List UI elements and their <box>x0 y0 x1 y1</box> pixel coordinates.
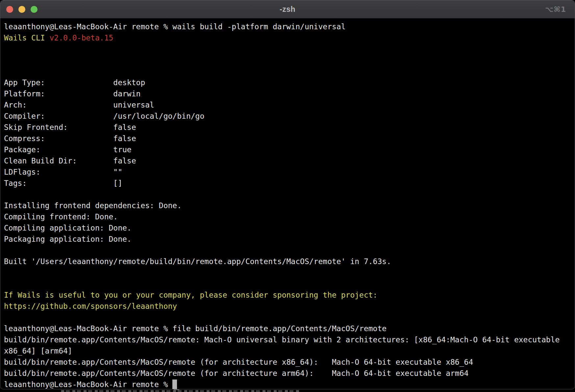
terminal-line: LDFlags: "" <box>4 166 575 178</box>
terminal-text-segment: build/bin/remote.app/Contents/MacOS/remo… <box>4 358 473 366</box>
minimize-button[interactable] <box>18 6 25 13</box>
terminal-line: Compiling application: Done. <box>4 222 575 233</box>
terminal-line: Platform: darwin <box>4 88 575 99</box>
terminal-text-segment: If Wails is useful to you or your compan… <box>4 291 377 299</box>
terminal-text-segment: build/bin/remote.app/Contents/MacOS/remo… <box>4 335 560 344</box>
close-button[interactable] <box>6 6 13 13</box>
terminal-line: https://github.com/sponsors/leaanthony <box>4 301 575 312</box>
terminal-line: Compress: false <box>4 133 575 144</box>
terminal-line: Installing frontend dependencies: Done. <box>4 200 575 211</box>
terminal-window: -zsh ⌥⌘1 leaanthony@Leas-MacBook-Air rem… <box>0 0 575 389</box>
terminal-line <box>4 55 575 66</box>
terminal-line <box>4 312 575 323</box>
terminal-text-segment: Packaging application: Done. <box>4 235 132 243</box>
terminal-text-segment: Package: true <box>4 145 132 154</box>
terminal-text-segment: Compiling frontend: Done. <box>4 212 118 221</box>
terminal-line <box>4 66 575 77</box>
terminal-text-segment: leaanthony@Leas-MacBook-Air remote % fil… <box>4 324 387 333</box>
zoom-button[interactable] <box>31 6 38 13</box>
terminal-text-segment: App Type: desktop <box>4 78 145 87</box>
terminal-line: Compiler: /usr/local/go/bin/go <box>4 110 575 122</box>
terminal-line <box>4 189 575 200</box>
terminal-line: App Type: desktop <box>4 77 575 88</box>
terminal-line <box>4 245 575 256</box>
terminal-cursor <box>172 380 177 389</box>
desktop-background: -zsh ⌥⌘1 leaanthony@Leas-MacBook-Air rem… <box>0 0 575 392</box>
terminal-line: Clean Build Dir: false <box>4 155 575 166</box>
terminal-text-segment: https://github.com/sponsors/leaanthony <box>4 302 177 310</box>
terminal-line: leaanthony@Leas-MacBook-Air remote % fil… <box>4 323 575 334</box>
traffic-lights <box>6 0 38 18</box>
terminal-text-segment: Built '/Users/leaanthony/remote/build/bi… <box>4 257 391 266</box>
terminal-text-segment: LDFlags: "" <box>4 168 122 176</box>
terminal-line <box>4 267 575 278</box>
terminal-line <box>4 278 575 289</box>
terminal-text-segment: leaanthony@Leas-MacBook-Air remote % wai… <box>4 22 346 31</box>
terminal-line: x86_64] [arm64] <box>4 345 575 356</box>
terminal-line: Arch: universal <box>4 99 575 110</box>
terminal-line: leaanthony@Leas-MacBook-Air remote % <box>4 379 575 389</box>
terminal-line: build/bin/remote.app/Contents/MacOS/remo… <box>4 368 575 379</box>
terminal-line: leaanthony@Leas-MacBook-Air remote % wai… <box>4 21 575 32</box>
terminal-line: Skip Frontend: false <box>4 122 575 133</box>
terminal-text-segment: build/bin/remote.app/Contents/MacOS/remo… <box>4 369 468 378</box>
terminal-line: Package: true <box>4 144 575 155</box>
background-window-clipped-text <box>61 390 299 392</box>
window-titlebar[interactable]: -zsh ⌥⌘1 <box>0 0 575 18</box>
terminal-text-segment: Compiler: /usr/local/go/bin/go <box>4 112 204 120</box>
terminal-text-segment: Skip Frontend: false <box>4 123 136 132</box>
terminal-line <box>4 43 575 55</box>
terminal-output-area[interactable]: leaanthony@Leas-MacBook-Air remote % wai… <box>0 18 575 389</box>
terminal-text-segment: x86_64] [arm64] <box>4 347 72 355</box>
terminal-text-segment: leaanthony@Leas-MacBook-Air remote % <box>4 380 172 389</box>
terminal-text-segment: Wails CLI <box>4 34 49 42</box>
terminal-line: build/bin/remote.app/Contents/MacOS/remo… <box>4 356 575 368</box>
window-shortcut-badge: ⌥⌘1 <box>545 0 566 18</box>
terminal-text-segment: Compiling application: Done. <box>4 224 132 232</box>
terminal-text-segment: Compress: false <box>4 134 136 143</box>
terminal-text-segment: Platform: darwin <box>4 89 140 98</box>
terminal-text-segment: Clean Build Dir: false <box>4 157 136 165</box>
terminal-line: If Wails is useful to you or your compan… <box>4 289 575 301</box>
window-title: -zsh <box>0 5 575 14</box>
terminal-text-segment: Arch: universal <box>4 101 154 109</box>
terminal-line: build/bin/remote.app/Contents/MacOS/remo… <box>4 334 575 345</box>
terminal-line: Wails CLI v2.0.0-beta.15 <box>4 32 575 43</box>
terminal-line: Tags: [] <box>4 178 575 189</box>
terminal-line: Packaging application: Done. <box>4 233 575 245</box>
terminal-text-segment: Installing frontend dependencies: Done. <box>4 201 182 210</box>
terminal-text-segment: Tags: [] <box>4 179 122 187</box>
terminal-line: Built '/Users/leaanthony/remote/build/bi… <box>4 256 575 267</box>
terminal-text-segment: v2.0.0-beta.15 <box>49 34 113 42</box>
terminal-line: Compiling frontend: Done. <box>4 211 575 222</box>
